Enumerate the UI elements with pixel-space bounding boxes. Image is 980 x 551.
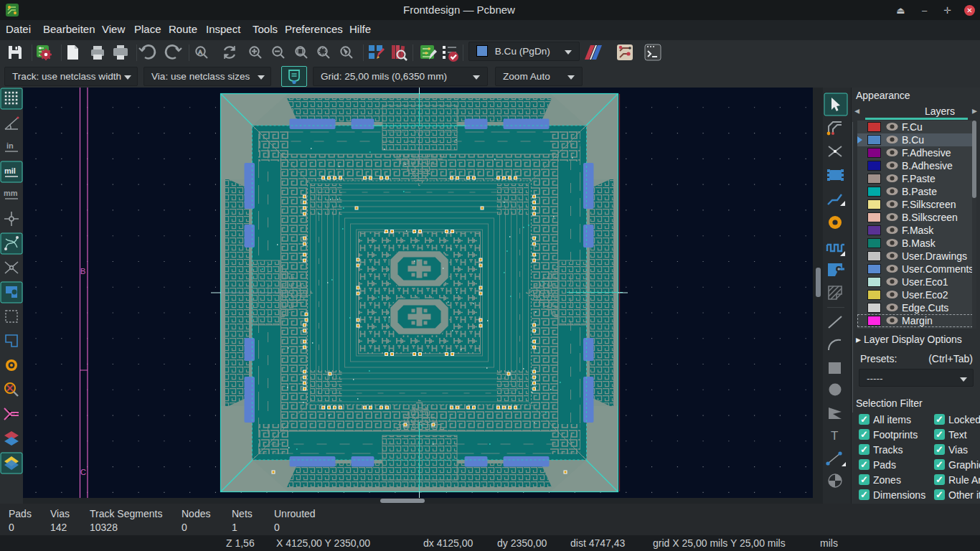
svg-text:C: C	[80, 468, 86, 476]
svg-text:T: T	[831, 429, 838, 443]
svg-text:A: A	[198, 49, 202, 56]
svg-text:mm: mm	[4, 189, 18, 197]
svg-text:mil: mil	[4, 166, 16, 175]
svg-text:B: B	[80, 267, 85, 276]
svg-text:in: in	[6, 141, 14, 150]
